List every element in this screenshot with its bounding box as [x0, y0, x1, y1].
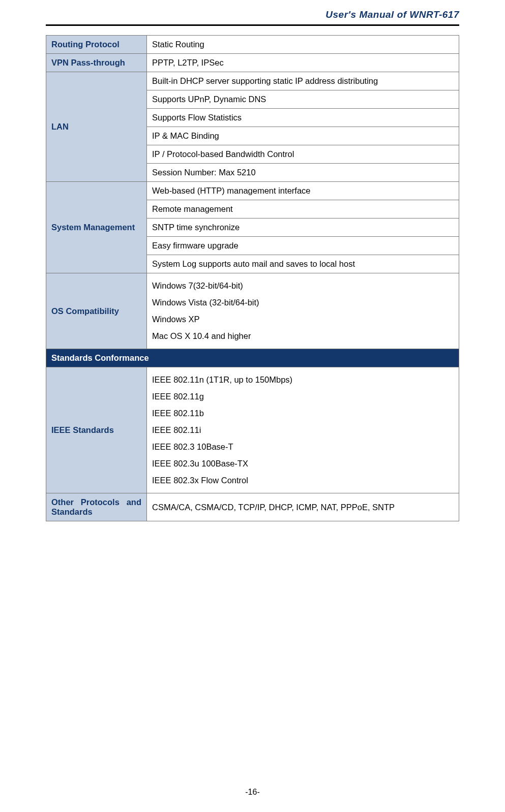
ieee-item-5: IEEE 802.3u 100Base-TX: [152, 455, 454, 472]
specifications-table: Routing Protocol Static Routing VPN Pass…: [46, 35, 459, 521]
value-sysmgmt-4: System Log supports auto mail and saves …: [147, 255, 459, 273]
label-system-management: System Management: [46, 182, 147, 273]
page-number: -16-: [0, 788, 505, 797]
page-header-title: User's Manual of WNRT-617: [46, 0, 459, 24]
value-lan-1: Supports UPnP, Dynamic DNS: [147, 90, 459, 109]
value-lan-3: IP & MAC Binding: [147, 127, 459, 145]
ieee-item-2: IEEE 802.11b: [152, 405, 454, 422]
row-lan-0: LAN Built-in DHCP server supporting stat…: [46, 72, 459, 90]
ieee-item-1: IEEE 802.11g: [152, 388, 454, 405]
os-item-1: Windows Vista (32-bit/64-bit): [152, 294, 454, 311]
value-vpn-passthrough: PPTP, L2TP, IPSec: [147, 54, 459, 72]
value-routing-protocol: Static Routing: [147, 36, 459, 54]
label-ieee-standards: IEEE Standards: [46, 367, 147, 493]
os-item-0: Windows 7(32-bit/64-bit): [152, 277, 454, 294]
value-os-compatibility: Windows 7(32-bit/64-bit) Windows Vista (…: [147, 273, 459, 349]
value-sysmgmt-3: Easy firmware upgrade: [147, 237, 459, 255]
value-lan-0: Built-in DHCP server supporting static I…: [147, 72, 459, 90]
row-routing-protocol: Routing Protocol Static Routing: [46, 36, 459, 54]
value-ieee-standards: IEEE 802.11n (1T1R, up to 150Mbps) IEEE …: [147, 367, 459, 493]
ieee-item-0: IEEE 802.11n (1T1R, up to 150Mbps): [152, 371, 454, 388]
value-lan-5: Session Number: Max 5210: [147, 164, 459, 182]
value-lan-4: IP / Protocol-based Bandwidth Control: [147, 145, 459, 164]
value-sysmgmt-1: Remote management: [147, 200, 459, 218]
ieee-item-3: IEEE 802.11i: [152, 422, 454, 439]
ieee-item-6: IEEE 802.3x Flow Control: [152, 472, 454, 489]
value-sysmgmt-0: Web-based (HTTP) management interface: [147, 182, 459, 200]
os-item-2: Windows XP: [152, 311, 454, 328]
value-lan-2: Supports Flow Statistics: [147, 109, 459, 127]
ieee-item-4: IEEE 802.3 10Base-T: [152, 439, 454, 455]
value-other-protocols: CSMA/CA, CSMA/CD, TCP/IP, DHCP, ICMP, NA…: [147, 493, 459, 521]
header-divider: [46, 24, 459, 26]
label-lan: LAN: [46, 72, 147, 182]
standards-conformance-header: Standards Conformance: [46, 349, 459, 367]
label-vpn-passthrough: VPN Pass-through: [46, 54, 147, 72]
value-sysmgmt-2: SNTP time synchronize: [147, 218, 459, 237]
label-routing-protocol: Routing Protocol: [46, 36, 147, 54]
label-os-compatibility: OS Compatibility: [46, 273, 147, 349]
row-os-compatibility: OS Compatibility Windows 7(32-bit/64-bit…: [46, 273, 459, 349]
row-other-protocols: Other Protocols and Standards CSMA/CA, C…: [46, 493, 459, 521]
row-ieee-standards: IEEE Standards IEEE 802.11n (1T1R, up to…: [46, 367, 459, 493]
row-standards-conformance-header: Standards Conformance: [46, 349, 459, 367]
os-item-3: Mac OS X 10.4 and higher: [152, 328, 454, 345]
row-sysmgmt-0: System Management Web-based (HTTP) manag…: [46, 182, 459, 200]
label-other-protocols: Other Protocols and Standards: [46, 493, 147, 521]
row-vpn-passthrough: VPN Pass-through PPTP, L2TP, IPSec: [46, 54, 459, 72]
